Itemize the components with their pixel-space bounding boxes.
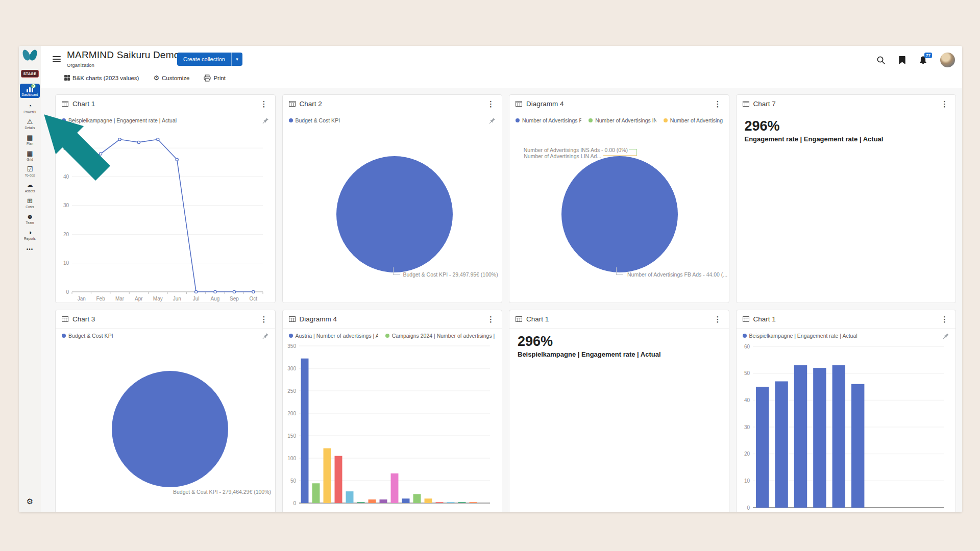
sidebar-item-team[interactable]: ☻ Team: [20, 213, 40, 224]
board-selector[interactable]: B&K charts (2023 values): [64, 75, 139, 81]
user-avatar[interactable]: [940, 53, 955, 67]
svg-text:Feb: Feb: [96, 296, 105, 302]
line-chart[interactable]: 01020304050JanFebMarAprMayJunJulAugSepOc…: [56, 126, 275, 303]
kebab-menu-icon[interactable]: ⋮: [486, 315, 496, 324]
legend-row: Beispielkampagne | Engagement rate | Act…: [737, 329, 956, 341]
legend-dot: [516, 118, 520, 122]
warning-triangle-icon: ⚠: [27, 118, 33, 126]
sidebar-item-assets[interactable]: ☁ Assets: [20, 182, 40, 193]
chevron-down-icon[interactable]: ▾: [231, 53, 242, 66]
card-title: Chart 1: [753, 315, 776, 323]
create-collection-label: Create collection: [177, 53, 231, 66]
pin-icon[interactable]: [488, 117, 496, 124]
svg-text:10: 10: [63, 260, 69, 266]
kebab-menu-icon[interactable]: ⋮: [940, 99, 949, 109]
svg-text:30: 30: [744, 424, 750, 430]
customize-button[interactable]: ⚙ Customize: [153, 74, 189, 82]
main-header: MARMIND Saikuru Demo Organization Create…: [41, 46, 962, 88]
legend-item[interactable]: Budget & Cost KPI: [62, 333, 113, 339]
legend-label: Beispielkampagne | Engagement rate | Act…: [68, 117, 177, 123]
callout-connector: [603, 155, 637, 156]
legend-item[interactable]: Budget & Cost KPI: [289, 117, 340, 123]
notifications-bell-icon[interactable]: 77: [919, 56, 927, 65]
pin-icon[interactable]: [262, 333, 269, 340]
kebab-menu-icon[interactable]: ⋮: [940, 315, 949, 324]
svg-text:250: 250: [287, 388, 296, 394]
legend-dot: [289, 118, 293, 122]
legend-row: Austria | Number of advertisings | Actua…: [283, 329, 502, 341]
dashboard-green-badge: B: [31, 84, 36, 88]
sidebar-item-grid[interactable]: ▦ Grid: [20, 150, 40, 161]
kebab-menu-icon[interactable]: ⋮: [713, 315, 723, 324]
card-title: Chart 3: [72, 315, 95, 323]
pie-chart[interactable]: Budget & Cost KPI - 29,497.95€ (100%): [283, 126, 502, 303]
sidebar-item-todos[interactable]: ☑ To-dos: [20, 166, 40, 177]
card-diagramm-4-pie: Diagramm 4 ⋮ Number of Advertisings FB A…: [509, 94, 729, 303]
legend-item[interactable]: Beispielkampagne | Engagement rate | Act…: [62, 117, 177, 123]
cloud-icon: ☁: [27, 182, 33, 189]
table-icon: [62, 316, 68, 322]
sidebar-item-costs[interactable]: ⊞ Costs: [20, 197, 40, 209]
sidebar-item-dashboard[interactable]: B Dashboard: [20, 84, 40, 98]
print-button[interactable]: Print: [204, 74, 226, 82]
card-header: Chart 1 ⋮: [56, 95, 275, 113]
legend-item[interactable]: Austria | Number of advertisings | Actua…: [289, 333, 378, 339]
legend-item[interactable]: Beispielkampagne | Engagement rate | Act…: [743, 333, 857, 339]
svg-text:Jun: Jun: [173, 296, 181, 302]
table-icon: [743, 316, 749, 322]
legend-label: Number of Advertisings LI...: [670, 117, 723, 123]
kebab-menu-icon[interactable]: ⋮: [713, 99, 723, 109]
callout-connector: [616, 267, 623, 275]
svg-text:60: 60: [744, 344, 750, 349]
card-chart-2-pie: Chart 2 ⋮ Budget & Cost KPI Budget & Cos…: [282, 94, 503, 303]
kebab-menu-icon[interactable]: ⋮: [259, 315, 269, 324]
sidebar-item-plan[interactable]: ▤ Plan: [20, 134, 40, 145]
legend-label: Number of Advertisings FB Ads: [522, 117, 581, 123]
notification-count-badge: 77: [924, 53, 932, 58]
legend-dot: [385, 334, 389, 338]
card-header: Chart 2 ⋮: [283, 95, 502, 113]
svg-text:Mar: Mar: [115, 296, 125, 302]
kebab-menu-icon[interactable]: ⋮: [259, 99, 269, 109]
page-title: MARMIND Saikuru Demo: [67, 49, 179, 61]
legend-item[interactable]: Number of Advertisings INS Ads: [589, 117, 656, 123]
calculator-icon: ⊞: [27, 197, 33, 205]
search-icon[interactable]: [876, 56, 886, 65]
svg-text:0: 0: [66, 289, 69, 295]
table-icon: [289, 316, 296, 322]
pie-chart[interactable]: Number of Advertisings INS Ads - 0.00 (0…: [509, 126, 729, 303]
sidebar-more-icon[interactable]: •••: [27, 246, 34, 252]
settings-gear-icon[interactable]: ⚙: [27, 497, 33, 506]
marmind-logo-icon[interactable]: [21, 48, 39, 63]
pin-icon[interactable]: [262, 117, 269, 124]
sidebar-item-details[interactable]: ⚠ Details: [20, 118, 40, 130]
sidebar-item-reports[interactable]: ◑ Reports: [20, 229, 40, 240]
sidebar-item-powerbi[interactable]: ◔ PowerBI: [20, 103, 40, 114]
bar-chart[interactable]: 050100150200250300350: [283, 341, 502, 512]
bookmark-icon[interactable]: [898, 56, 906, 65]
svg-text:0: 0: [293, 500, 296, 506]
svg-text:40: 40: [744, 397, 750, 403]
checkbox-calendar-icon: ☑: [27, 166, 33, 173]
pie-chart[interactable]: Budget & Cost KPI - 279,464.29€ (100%): [56, 341, 275, 512]
card-title: Chart 7: [753, 100, 776, 108]
legend-item[interactable]: Campaigns 2024 | Number of advertisings …: [385, 333, 496, 339]
legend-item[interactable]: Number of Advertisings FB Ads: [516, 117, 581, 123]
create-collection-button[interactable]: Create collection ▾: [177, 53, 242, 66]
kebab-menu-icon[interactable]: ⋮: [486, 99, 496, 109]
app-window: STAGE B Dashboard ◔ PowerBI ⚠ Details ▤ …: [19, 46, 962, 512]
kpi-value: 296%: [518, 334, 729, 349]
legend-item[interactable]: Number of Advertisings LI...: [664, 117, 723, 123]
legend-label: Budget & Cost KPI: [296, 117, 340, 123]
legend-dot: [589, 118, 593, 122]
sidebar-item-label: Plan: [27, 142, 33, 145]
legend-label: Number of Advertisings INS Ads: [595, 117, 656, 123]
bar-chart[interactable]: 0102030405060: [737, 341, 956, 512]
card-header: Chart 1 ⋮: [509, 310, 729, 329]
pin-icon[interactable]: [942, 333, 949, 340]
sidebar-item-label: Dashboard: [22, 93, 38, 96]
main-area: MARMIND Saikuru Demo Organization Create…: [41, 46, 962, 512]
legend-label: Budget & Cost KPI: [68, 333, 113, 339]
table-icon: [62, 101, 68, 107]
hamburger-menu-icon[interactable]: [53, 56, 61, 64]
